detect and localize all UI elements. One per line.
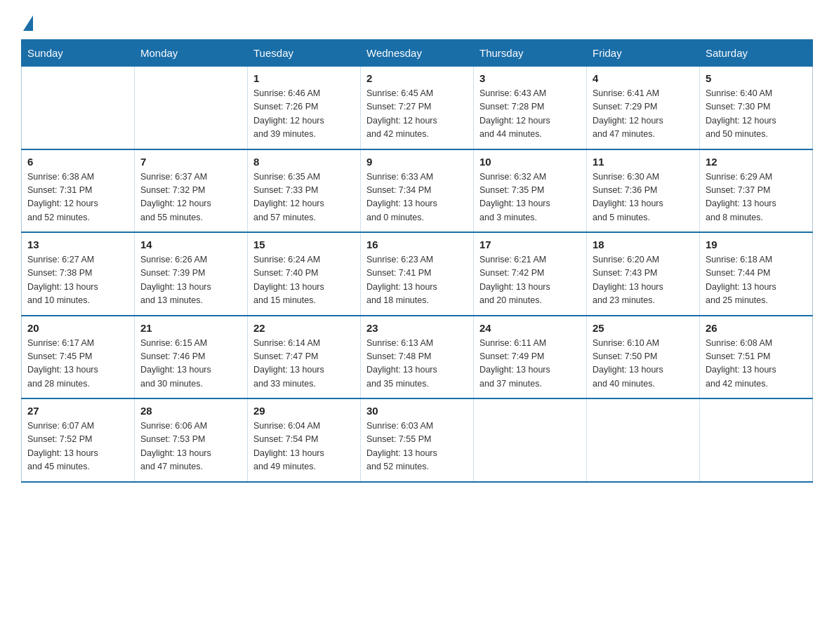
day-info: Sunrise: 6:43 AMSunset: 7:28 PMDaylight:… <box>479 87 581 142</box>
day-info: Sunrise: 6:07 AMSunset: 7:52 PMDaylight:… <box>27 420 128 474</box>
calendar-header-thursday: Thursday <box>474 40 587 67</box>
day-number: 21 <box>140 322 241 334</box>
day-number: 24 <box>479 322 581 334</box>
day-number: 17 <box>479 239 581 250</box>
calendar-cell: 7Sunrise: 6:37 AMSunset: 7:32 PMDaylight… <box>135 149 248 233</box>
day-info: Sunrise: 6:45 AMSunset: 7:27 PMDaylight:… <box>366 87 468 142</box>
calendar-cell: 13Sunrise: 6:27 AMSunset: 7:38 PMDayligh… <box>22 232 135 316</box>
calendar-header-monday: Monday <box>135 40 248 67</box>
day-number: 13 <box>27 239 128 250</box>
day-info: Sunrise: 6:21 AMSunset: 7:42 PMDaylight:… <box>479 253 581 308</box>
day-info: Sunrise: 6:14 AMSunset: 7:47 PMDaylight:… <box>253 337 355 391</box>
day-number: 11 <box>593 156 694 168</box>
calendar-cell <box>587 398 700 482</box>
day-number: 25 <box>593 322 694 334</box>
calendar-cell: 10Sunrise: 6:32 AMSunset: 7:35 PMDayligh… <box>474 149 587 233</box>
calendar-cell: 2Sunrise: 6:45 AMSunset: 7:27 PMDaylight… <box>361 67 474 149</box>
day-info: Sunrise: 6:18 AMSunset: 7:44 PMDaylight:… <box>706 253 807 308</box>
day-info: Sunrise: 6:20 AMSunset: 7:43 PMDaylight:… <box>593 253 694 308</box>
day-number: 14 <box>140 239 241 250</box>
day-info: Sunrise: 6:24 AMSunset: 7:40 PMDaylight:… <box>253 253 355 308</box>
calendar-cell: 15Sunrise: 6:24 AMSunset: 7:40 PMDayligh… <box>248 232 361 316</box>
day-number: 4 <box>593 72 694 84</box>
day-info: Sunrise: 6:06 AMSunset: 7:53 PMDaylight:… <box>140 420 241 474</box>
day-info: Sunrise: 6:35 AMSunset: 7:33 PMDaylight:… <box>253 170 355 225</box>
day-number: 6 <box>27 156 128 168</box>
page-header <box>21 14 813 27</box>
day-info: Sunrise: 6:32 AMSunset: 7:35 PMDaylight:… <box>479 170 581 225</box>
day-info: Sunrise: 6:26 AMSunset: 7:39 PMDaylight:… <box>140 253 241 308</box>
day-number: 30 <box>366 405 468 417</box>
day-info: Sunrise: 6:11 AMSunset: 7:49 PMDaylight:… <box>479 337 581 391</box>
day-number: 18 <box>593 239 694 250</box>
calendar-cell: 17Sunrise: 6:21 AMSunset: 7:42 PMDayligh… <box>474 232 587 316</box>
day-number: 28 <box>140 405 241 417</box>
calendar-cell <box>22 67 135 149</box>
day-number: 15 <box>253 239 355 250</box>
day-info: Sunrise: 6:17 AMSunset: 7:45 PMDaylight:… <box>27 337 128 391</box>
calendar-cell: 19Sunrise: 6:18 AMSunset: 7:44 PMDayligh… <box>700 232 813 316</box>
calendar-cell: 5Sunrise: 6:40 AMSunset: 7:30 PMDaylight… <box>700 67 813 149</box>
day-info: Sunrise: 6:46 AMSunset: 7:26 PMDaylight:… <box>253 87 355 142</box>
calendar-cell: 22Sunrise: 6:14 AMSunset: 7:47 PMDayligh… <box>248 316 361 399</box>
calendar-week-row: 13Sunrise: 6:27 AMSunset: 7:38 PMDayligh… <box>22 232 813 316</box>
day-info: Sunrise: 6:33 AMSunset: 7:34 PMDaylight:… <box>366 170 468 225</box>
day-number: 3 <box>479 72 581 84</box>
calendar-week-row: 20Sunrise: 6:17 AMSunset: 7:45 PMDayligh… <box>22 316 813 399</box>
calendar-header-tuesday: Tuesday <box>248 40 361 67</box>
calendar-cell: 18Sunrise: 6:20 AMSunset: 7:43 PMDayligh… <box>587 232 700 316</box>
calendar-cell: 25Sunrise: 6:10 AMSunset: 7:50 PMDayligh… <box>587 316 700 399</box>
calendar-week-row: 27Sunrise: 6:07 AMSunset: 7:52 PMDayligh… <box>22 398 813 482</box>
day-number: 22 <box>253 322 355 334</box>
calendar-table: SundayMondayTuesdayWednesdayThursdayFrid… <box>21 39 813 483</box>
day-number: 16 <box>366 239 468 250</box>
calendar-cell: 21Sunrise: 6:15 AMSunset: 7:46 PMDayligh… <box>135 316 248 399</box>
day-info: Sunrise: 6:13 AMSunset: 7:48 PMDaylight:… <box>366 337 468 391</box>
calendar-cell: 3Sunrise: 6:43 AMSunset: 7:28 PMDaylight… <box>474 67 587 149</box>
calendar-header-saturday: Saturday <box>700 40 813 67</box>
calendar-cell: 12Sunrise: 6:29 AMSunset: 7:37 PMDayligh… <box>700 149 813 233</box>
calendar-cell: 24Sunrise: 6:11 AMSunset: 7:49 PMDayligh… <box>474 316 587 399</box>
calendar-cell: 6Sunrise: 6:38 AMSunset: 7:31 PMDaylight… <box>22 149 135 233</box>
day-number: 20 <box>27 322 128 334</box>
calendar-cell: 26Sunrise: 6:08 AMSunset: 7:51 PMDayligh… <box>700 316 813 399</box>
logo-triangle-icon <box>23 15 33 31</box>
calendar-cell: 27Sunrise: 6:07 AMSunset: 7:52 PMDayligh… <box>22 398 135 482</box>
day-info: Sunrise: 6:08 AMSunset: 7:51 PMDaylight:… <box>706 337 807 391</box>
day-number: 27 <box>27 405 128 417</box>
calendar-cell: 1Sunrise: 6:46 AMSunset: 7:26 PMDaylight… <box>248 67 361 149</box>
calendar-cell: 16Sunrise: 6:23 AMSunset: 7:41 PMDayligh… <box>361 232 474 316</box>
calendar-cell: 23Sunrise: 6:13 AMSunset: 7:48 PMDayligh… <box>361 316 474 399</box>
calendar-header-row: SundayMondayTuesdayWednesdayThursdayFrid… <box>22 40 813 67</box>
calendar-cell: 20Sunrise: 6:17 AMSunset: 7:45 PMDayligh… <box>22 316 135 399</box>
calendar-cell: 9Sunrise: 6:33 AMSunset: 7:34 PMDaylight… <box>361 149 474 233</box>
day-number: 9 <box>366 156 468 168</box>
calendar-cell: 8Sunrise: 6:35 AMSunset: 7:33 PMDaylight… <box>248 149 361 233</box>
day-info: Sunrise: 6:04 AMSunset: 7:54 PMDaylight:… <box>253 420 355 474</box>
day-number: 8 <box>253 156 355 168</box>
calendar-header-wednesday: Wednesday <box>361 40 474 67</box>
calendar-header-sunday: Sunday <box>22 40 135 67</box>
day-number: 1 <box>253 72 355 84</box>
calendar-header-friday: Friday <box>587 40 700 67</box>
day-number: 19 <box>706 239 807 250</box>
day-number: 29 <box>253 405 355 417</box>
calendar-week-row: 6Sunrise: 6:38 AMSunset: 7:31 PMDaylight… <box>22 149 813 233</box>
day-number: 26 <box>706 322 807 334</box>
day-info: Sunrise: 6:30 AMSunset: 7:36 PMDaylight:… <box>593 170 694 225</box>
day-info: Sunrise: 6:41 AMSunset: 7:29 PMDaylight:… <box>593 87 694 142</box>
day-number: 23 <box>366 322 468 334</box>
calendar-cell <box>135 67 248 149</box>
calendar-cell <box>700 398 813 482</box>
calendar-week-row: 1Sunrise: 6:46 AMSunset: 7:26 PMDaylight… <box>22 67 813 149</box>
day-info: Sunrise: 6:38 AMSunset: 7:31 PMDaylight:… <box>27 170 128 225</box>
day-info: Sunrise: 6:29 AMSunset: 7:37 PMDaylight:… <box>706 170 807 225</box>
calendar-cell: 14Sunrise: 6:26 AMSunset: 7:39 PMDayligh… <box>135 232 248 316</box>
day-info: Sunrise: 6:27 AMSunset: 7:38 PMDaylight:… <box>27 253 128 308</box>
calendar-cell <box>474 398 587 482</box>
calendar-cell: 30Sunrise: 6:03 AMSunset: 7:55 PMDayligh… <box>361 398 474 482</box>
day-info: Sunrise: 6:15 AMSunset: 7:46 PMDaylight:… <box>140 337 241 391</box>
calendar-cell: 11Sunrise: 6:30 AMSunset: 7:36 PMDayligh… <box>587 149 700 233</box>
day-info: Sunrise: 6:40 AMSunset: 7:30 PMDaylight:… <box>706 87 807 142</box>
day-number: 7 <box>140 156 241 168</box>
